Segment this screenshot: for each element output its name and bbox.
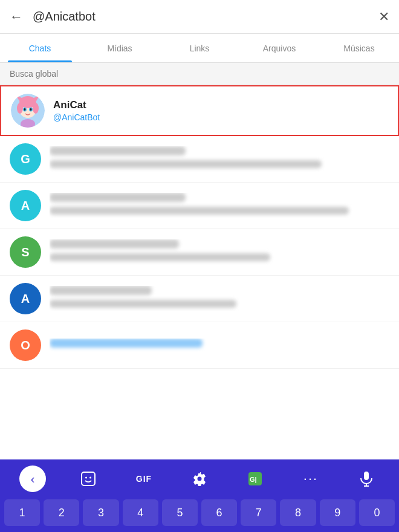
back-button[interactable]: ←: [10, 9, 23, 25]
avatar-1: G: [10, 143, 41, 175]
chat-text-4: [50, 286, 389, 311]
chat-text-2: [50, 193, 389, 218]
header: ← @Anicatbot ✕: [0, 0, 399, 34]
num-key-5[interactable]: 5: [162, 499, 198, 526]
tab-chats[interactable]: Chats: [0, 34, 80, 62]
more-button[interactable]: ···: [297, 465, 324, 492]
num-key-4[interactable]: 4: [123, 499, 158, 526]
chat-msg-3: [50, 253, 270, 261]
chat-msg-4: [50, 300, 236, 308]
emoji-button[interactable]: [75, 465, 102, 492]
anicat-result-item[interactable]: AniCat @AniCatBot: [0, 85, 399, 136]
svg-rect-17: [364, 472, 369, 480]
keyboard-back-button[interactable]: ‹: [19, 465, 46, 492]
chat-name-2: [50, 193, 186, 202]
close-button[interactable]: ✕: [378, 9, 389, 25]
chat-name-4: [50, 286, 152, 295]
keyboard: ‹ GIF G| ···: [0, 459, 399, 532]
chat-item-5[interactable]: O: [0, 322, 399, 369]
chat-text-1: [50, 146, 389, 172]
page-title: @Anicatbot: [33, 10, 378, 24]
num-key-8[interactable]: 8: [280, 499, 316, 526]
avatar-3: S: [10, 236, 41, 268]
num-key-9[interactable]: 9: [320, 499, 355, 526]
svg-point-8: [30, 108, 32, 111]
keyboard-numbers: 1 2 3 4 5 6 7 8 9 0: [0, 498, 399, 532]
anicat-username: @AniCatBot: [53, 112, 100, 122]
chat-text-5: [50, 339, 389, 352]
chat-name-1: [50, 146, 186, 155]
anicat-info: AniCat @AniCatBot: [53, 99, 100, 122]
chat-item-3[interactable]: S: [0, 229, 399, 276]
anicat-avatar: [11, 94, 45, 128]
svg-text:G|: G|: [250, 476, 257, 483]
settings-button[interactable]: [186, 465, 213, 492]
avatar-4: A: [10, 283, 41, 314]
chat-name-3: [50, 239, 179, 248]
chat-name-5: [50, 339, 203, 348]
chat-text-3: [50, 239, 389, 265]
chat-msg-2: [50, 207, 349, 215]
gif-button[interactable]: GIF: [131, 465, 157, 492]
chat-item-4[interactable]: A: [0, 276, 399, 322]
keyboard-toolbar: ‹ GIF G| ···: [0, 459, 399, 498]
num-key-1[interactable]: 1: [4, 499, 40, 526]
num-key-7[interactable]: 7: [241, 499, 276, 526]
tab-arquivos[interactable]: Arquivos: [239, 34, 319, 62]
svg-point-7: [24, 108, 26, 111]
svg-rect-12: [82, 472, 95, 485]
num-key-6[interactable]: 6: [201, 499, 237, 526]
num-key-3[interactable]: 3: [83, 499, 118, 526]
svg-point-3: [17, 103, 23, 114]
chat-item-1[interactable]: G: [0, 136, 399, 183]
tabs-bar: Chats Mídias Links Arquivos Músicas: [0, 34, 399, 63]
tab-midias[interactable]: Mídias: [80, 34, 160, 62]
svg-point-4: [33, 103, 39, 114]
microphone-button[interactable]: [353, 465, 380, 492]
chat-msg-1: [50, 160, 322, 168]
tab-musicas[interactable]: Músicas: [319, 34, 399, 62]
svg-point-13: [85, 477, 87, 479]
avatar-2: A: [10, 190, 41, 221]
tab-links[interactable]: Links: [160, 34, 239, 62]
chat-item-2[interactable]: A: [0, 183, 399, 229]
global-search-label: Busca global: [0, 63, 399, 85]
avatar-5: O: [10, 329, 41, 361]
num-key-0[interactable]: 0: [359, 499, 395, 526]
translate-button[interactable]: G|: [242, 465, 268, 492]
anicat-name: AniCat: [53, 99, 100, 111]
chat-list: G A S A O: [0, 136, 399, 369]
svg-point-14: [89, 477, 91, 479]
num-key-2[interactable]: 2: [44, 499, 79, 526]
